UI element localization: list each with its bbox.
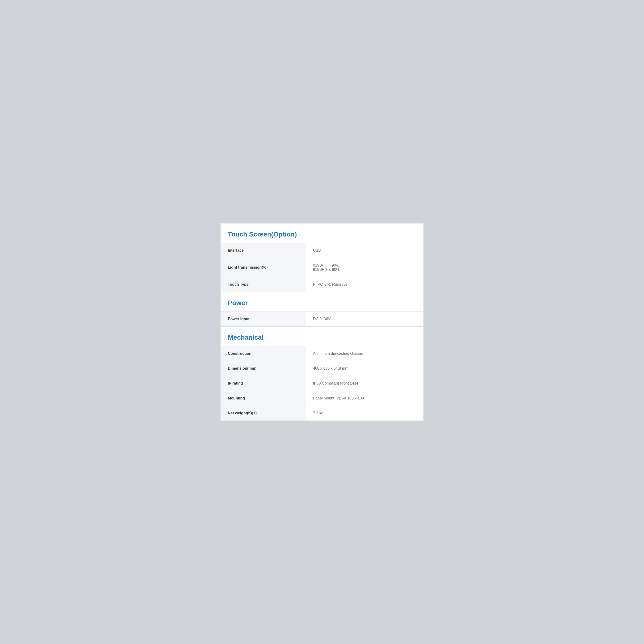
spec-table: Touch Screen(Option)InterfaceUSBLight tr… (220, 223, 424, 421)
spec-table-container: Touch Screen(Option)InterfaceUSBLight tr… (220, 223, 424, 421)
table-row: IP ratingIP66 Compliant Front Bezel (221, 376, 424, 391)
row-value-mechanical-4: 7.3 kg (306, 406, 423, 421)
table-row: MountingPanel Mount, VESA 100 x 100 (221, 391, 424, 406)
row-value-mechanical-2: IP66 Compliant Front Bezel (306, 376, 423, 391)
row-value-power-0: DC 9~36V (306, 312, 423, 327)
table-row: Dimension(mm)468 x 380 x 64.8 mm (221, 361, 424, 376)
row-label-mechanical-3: Mounting (221, 391, 306, 406)
row-label-mechanical-4: Net weight(Kgs) (221, 406, 306, 421)
row-value-mechanical-0: Aluminum die-casting chassis (306, 346, 423, 361)
row-label-touch-screen-0: Interface (221, 243, 306, 258)
row-value-touch-screen-2: P: PCT/ R: Resistive (306, 277, 423, 292)
row-value-mechanical-3: Panel Mount, VESA 100 x 100 (306, 391, 423, 406)
section-header-mechanical: Mechanical (221, 327, 424, 346)
section-header-power: Power (221, 292, 424, 312)
row-label-mechanical-2: IP rating (221, 376, 306, 391)
row-value-touch-screen-0: USB (306, 243, 423, 258)
row-value-touch-screen-1: 919BP(H): 90%919BR(H): 80% (306, 258, 423, 277)
table-row: Light transmission(%)919BP(H): 90%919BR(… (221, 258, 424, 277)
section-title-power: Power (228, 299, 248, 307)
table-row: InterfaceUSB (221, 243, 424, 258)
row-label-mechanical-1: Dimension(mm) (221, 361, 306, 376)
section-header-touch-screen: Touch Screen(Option) (221, 223, 424, 243)
row-value-mechanical-1: 468 x 380 x 64.8 mm (306, 361, 423, 376)
row-label-power-0: Power input (221, 312, 306, 327)
row-label-mechanical-0: Construction (221, 346, 306, 361)
table-row: Net weight(Kgs)7.3 kg (221, 406, 424, 421)
table-row: Power inputDC 9~36V (221, 312, 424, 327)
row-label-touch-screen-1: Light transmission(%) (221, 258, 306, 277)
section-title-touch-screen: Touch Screen(Option) (228, 231, 297, 238)
table-row: Touch TypeP: PCT/ R: Resistive (221, 277, 424, 292)
row-label-touch-screen-2: Touch Type (221, 277, 306, 292)
section-title-mechanical: Mechanical (228, 334, 263, 341)
table-row: ConstructionAluminum die-casting chassis (221, 346, 424, 361)
